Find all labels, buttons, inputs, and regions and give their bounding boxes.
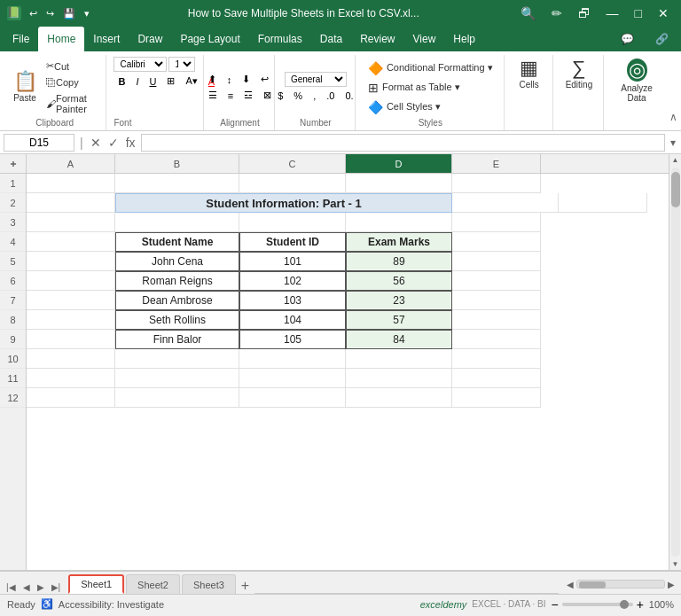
cell-d1[interactable]	[346, 174, 452, 193]
align-center-btn[interactable]: ≡	[223, 88, 238, 103]
cell-c11[interactable]	[239, 369, 346, 388]
paste-btn[interactable]: 📋 Paste	[9, 70, 41, 105]
cut-btn[interactable]: ✂ Cut	[43, 58, 100, 74]
cell-styles-btn[interactable]: 🔷 Cell Styles ▾	[364, 98, 497, 116]
cells-btn[interactable]: ▦ Cells	[513, 57, 545, 91]
increase-decimal-btn[interactable]: .0	[322, 89, 339, 103]
sheet-tab-1[interactable]: Sheet1	[68, 574, 124, 594]
menu-review[interactable]: Review	[351, 27, 403, 51]
cell-c12[interactable]	[239, 388, 346, 408]
close-btn[interactable]: ✕	[653, 4, 674, 22]
align-top-btn[interactable]: ⬆	[204, 72, 221, 87]
name-box[interactable]	[4, 134, 74, 152]
zoom-in-btn[interactable]: +	[637, 597, 644, 612]
cell-a10[interactable]	[27, 349, 115, 369]
select-all-btn[interactable]	[0, 154, 27, 173]
cell-a1[interactable]	[27, 174, 115, 193]
cell-b5[interactable]: John Cena	[115, 252, 239, 271]
col-header-b[interactable]: B	[115, 154, 239, 173]
menu-home[interactable]: Home	[38, 27, 84, 51]
cell-d4[interactable]: Exam Marks	[346, 232, 452, 252]
underline-btn[interactable]: U	[145, 74, 160, 89]
cell-d12[interactable]	[346, 388, 452, 408]
cell-a12[interactable]	[27, 388, 115, 408]
align-middle-btn[interactable]: ↕	[223, 72, 237, 87]
bold-btn[interactable]: B	[114, 74, 129, 89]
restore-btn[interactable]: 🗗	[573, 4, 596, 22]
row-9[interactable]: 9	[0, 330, 26, 349]
cell-c4[interactable]: Student ID	[239, 232, 346, 252]
cell-e6[interactable]	[452, 271, 541, 291]
cell-a5[interactable]	[27, 252, 115, 271]
row-4[interactable]: 4	[0, 232, 26, 252]
font-size-select[interactable]: 11	[168, 57, 195, 72]
cell-c8[interactable]: 104	[239, 310, 346, 330]
row-12[interactable]: 12	[0, 388, 26, 408]
dropdown-btn[interactable]: ▾	[82, 7, 92, 20]
cell-b8[interactable]: Seth Rollins	[115, 310, 239, 330]
vertical-scrollbar[interactable]: ▲ ▼	[669, 154, 681, 570]
horizontal-scroll[interactable]: ◀ ▶	[564, 574, 677, 594]
save-btn[interactable]: 💾	[60, 7, 78, 20]
menu-formulas[interactable]: Formulas	[249, 27, 311, 51]
cell-c9[interactable]: 105	[239, 330, 346, 349]
row-1[interactable]: 1	[0, 174, 26, 193]
menu-data[interactable]: Data	[311, 27, 351, 51]
h-scroll-bar[interactable]	[576, 580, 665, 589]
sheet-nav-next[interactable]: ▶	[35, 581, 47, 594]
sheet-tab-2[interactable]: Sheet2	[126, 574, 180, 594]
cell-c1[interactable]	[239, 174, 346, 193]
h-scroll-thumb[interactable]	[579, 581, 606, 589]
menu-insert[interactable]: Insert	[84, 27, 129, 51]
cell-b3[interactable]	[115, 213, 239, 232]
scroll-thumb[interactable]	[671, 172, 680, 207]
cell-d10[interactable]	[346, 349, 452, 369]
cell-b12[interactable]	[115, 388, 239, 408]
cell-e8[interactable]	[452, 310, 541, 330]
cell-e11[interactable]	[452, 369, 541, 388]
menu-draw[interactable]: Draw	[129, 27, 171, 51]
cell-e2[interactable]	[559, 193, 647, 213]
formula-input[interactable]	[141, 134, 665, 152]
menu-file[interactable]: File	[4, 27, 38, 51]
cell-c5[interactable]: 101	[239, 252, 346, 271]
cell-a3[interactable]	[27, 213, 115, 232]
row-11[interactable]: 11	[0, 369, 26, 388]
align-left-btn[interactable]: ☰	[204, 88, 222, 103]
cell-b11[interactable]	[115, 369, 239, 388]
border-btn[interactable]: ⊞	[162, 74, 179, 89]
cancel-formula-icon[interactable]: ✕	[89, 136, 103, 150]
cell-e5[interactable]	[452, 252, 541, 271]
cell-a6[interactable]	[27, 271, 115, 291]
row-10[interactable]: 10	[0, 349, 26, 369]
cell-d11[interactable]	[346, 369, 452, 388]
analyze-data-btn[interactable]: ◎ Analyze Data	[613, 57, 661, 105]
row-5[interactable]: 5	[0, 252, 26, 271]
row-6[interactable]: 6	[0, 271, 26, 291]
edit-btn[interactable]: ✏	[546, 4, 568, 22]
confirm-formula-icon[interactable]: ✓	[106, 136, 121, 150]
formula-expand-btn[interactable]: ▾	[669, 136, 677, 149]
cell-d8[interactable]: 57	[346, 310, 452, 330]
menu-view[interactable]: View	[404, 27, 445, 51]
undo-btn[interactable]: ↩	[27, 7, 40, 20]
cell-d7[interactable]: 23	[346, 291, 452, 310]
ribbon-collapse-btn[interactable]: ∧	[669, 55, 677, 130]
cell-a8[interactable]	[27, 310, 115, 330]
sheet-nav-prev[interactable]: ◀	[20, 581, 33, 594]
copy-btn[interactable]: ⿻ Copy	[43, 75, 100, 90]
cell-a2[interactable]	[27, 193, 115, 213]
cell-b10[interactable]	[115, 349, 239, 369]
h-scroll-left[interactable]: ◀	[564, 580, 576, 589]
cell-d6[interactable]: 56	[346, 271, 452, 291]
percent-btn[interactable]: %	[289, 89, 307, 103]
col-header-c[interactable]: C	[239, 154, 346, 173]
h-scroll-right[interactable]: ▶	[665, 580, 677, 589]
zoom-thumb[interactable]	[620, 600, 629, 609]
scroll-track[interactable]	[671, 168, 680, 557]
cell-a11[interactable]	[27, 369, 115, 388]
col-header-e[interactable]: E	[452, 154, 541, 173]
account-btn[interactable]: 🔗	[646, 33, 677, 45]
wrap-text-btn[interactable]: ↩	[256, 72, 273, 87]
cell-e7[interactable]	[452, 291, 541, 310]
